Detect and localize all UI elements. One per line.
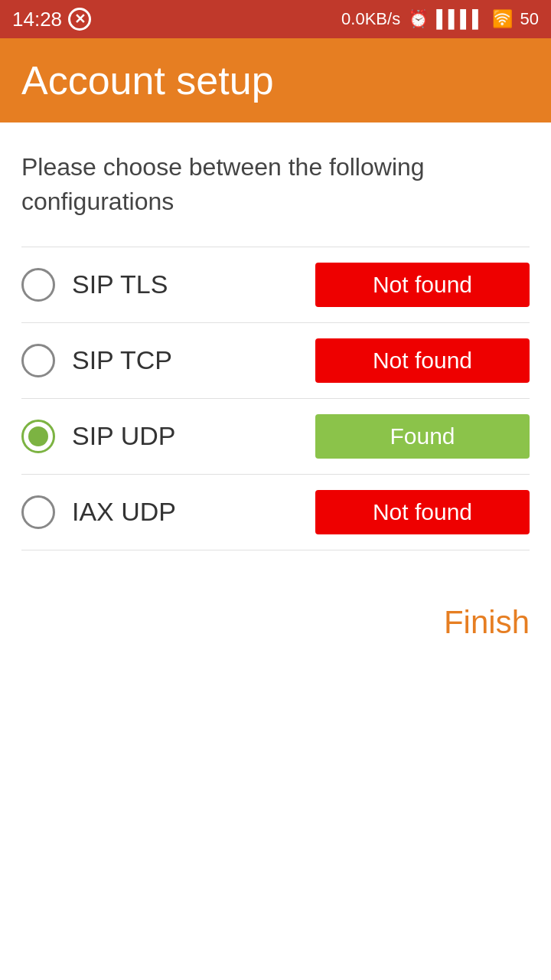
- network-speed: 0.0KB/s: [341, 9, 400, 29]
- alarm-icon: ⏰: [408, 9, 429, 29]
- content: Please choose between the following conf…: [0, 122, 551, 550]
- status-badge-sip-udp: Found: [315, 414, 530, 459]
- config-left-sip-tcp: SIP TCP: [21, 344, 172, 377]
- status-right: 0.0KB/s ⏰ ▌▌▌▌ 🛜 50: [341, 9, 539, 29]
- finish-button[interactable]: Finish: [444, 596, 530, 648]
- signal-icon: ▌▌▌▌: [436, 9, 484, 29]
- close-icon: ✕: [68, 8, 91, 31]
- config-item-sip-tcp[interactable]: SIP TCPNot found: [21, 323, 530, 399]
- page-title: Account setup: [21, 57, 274, 103]
- status-left: 14:28 ✕: [12, 8, 91, 31]
- status-badge-iax-udp: Not found: [315, 490, 530, 534]
- config-item-sip-tls[interactable]: SIP TLSNot found: [21, 247, 530, 323]
- label-iax-udp: IAX UDP: [72, 497, 176, 527]
- radio-sip-tcp[interactable]: [21, 344, 55, 377]
- label-sip-tls: SIP TLS: [72, 270, 168, 299]
- config-item-iax-udp[interactable]: IAX UDPNot found: [21, 475, 530, 550]
- label-sip-tcp: SIP TCP: [72, 345, 172, 375]
- battery-icon: 50: [520, 9, 539, 29]
- config-left-iax-udp: IAX UDP: [21, 495, 176, 529]
- status-bar: 14:28 ✕ 0.0KB/s ⏰ ▌▌▌▌ 🛜 50: [0, 0, 551, 38]
- status-badge-sip-tls: Not found: [315, 263, 530, 307]
- config-item-sip-udp[interactable]: SIP UDPFound: [21, 399, 530, 475]
- radio-sip-tls[interactable]: [21, 268, 55, 302]
- config-left-sip-tls: SIP TLS: [21, 268, 168, 302]
- description-text: Please choose between the following conf…: [21, 150, 530, 219]
- config-left-sip-udp: SIP UDP: [21, 420, 175, 453]
- radio-sip-udp[interactable]: [21, 420, 55, 453]
- status-time: 14:28: [12, 8, 62, 31]
- config-list: SIP TLSNot foundSIP TCPNot foundSIP UDPF…: [21, 247, 530, 550]
- radio-iax-udp[interactable]: [21, 495, 55, 529]
- toolbar: Account setup: [0, 38, 551, 122]
- status-badge-sip-tcp: Not found: [315, 338, 530, 383]
- label-sip-udp: SIP UDP: [72, 421, 175, 451]
- finish-row: Finish: [0, 550, 551, 648]
- wifi-icon: 🛜: [492, 9, 513, 29]
